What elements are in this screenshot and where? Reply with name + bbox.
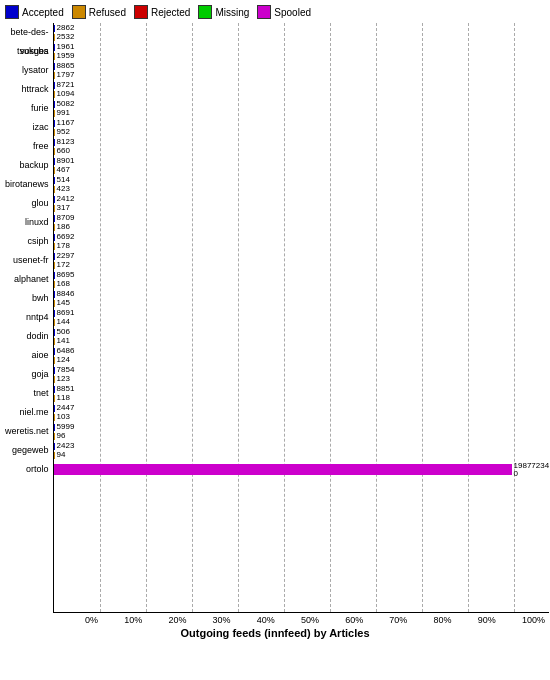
bar-row: 242394 xyxy=(54,441,550,460)
bar-accepted xyxy=(54,443,55,450)
y-label: usenet-fr xyxy=(5,251,53,270)
bar-refused xyxy=(54,357,55,364)
x-axis-label: 90% xyxy=(478,615,496,625)
bar-row: 5082991 xyxy=(54,99,550,118)
bar-refused xyxy=(54,205,55,212)
bar-value-accepted: 5999 xyxy=(57,423,75,431)
bar-accepted xyxy=(54,291,55,298)
bar-refused xyxy=(54,91,55,98)
bar-value-accepted: 2447 xyxy=(57,404,75,412)
legend-color-missing xyxy=(198,5,212,19)
bar-row: 1167952 xyxy=(54,118,550,137)
bar-value-accepted: 8901 xyxy=(57,157,75,165)
legend-label-accepted: Accepted xyxy=(22,7,64,18)
bar-value-accepted: 7854 xyxy=(57,366,75,374)
bar-refused xyxy=(54,148,55,155)
x-axis-label: 10% xyxy=(124,615,142,625)
bar-refused xyxy=(54,262,55,269)
y-label: httrack xyxy=(5,80,53,99)
bar-row: 19611959 xyxy=(54,42,550,61)
bar-value-refused: 123 xyxy=(57,375,70,383)
bar-refused xyxy=(54,376,55,383)
bar-value-refused: 145 xyxy=(57,299,70,307)
bar-refused xyxy=(54,224,55,231)
bar-value-refused: 317 xyxy=(57,204,70,212)
chart-area: bete-des-vosgestsukubalysatorhttrackfuri… xyxy=(5,23,545,613)
y-label: izac xyxy=(5,118,53,137)
bar-value: 198772340 xyxy=(514,462,550,478)
bar-value-refused: 144 xyxy=(57,318,70,326)
y-label: nntp4 xyxy=(5,308,53,327)
bar-refused xyxy=(54,414,55,421)
bar-accepted xyxy=(54,120,55,127)
bar-value-accepted: 8721 xyxy=(57,81,75,89)
bar-row: 599996 xyxy=(54,422,550,441)
bar-value-refused: 1094 xyxy=(57,90,75,98)
x-axis-label: 80% xyxy=(434,615,452,625)
bar-refused xyxy=(54,110,55,117)
bar-value-refused: 178 xyxy=(57,242,70,250)
legend-label-rejected: Rejected xyxy=(151,7,190,18)
y-label: alphanet xyxy=(5,270,53,289)
bar-accepted xyxy=(54,25,55,32)
x-axis-label: 100% xyxy=(522,615,545,625)
y-label: goja xyxy=(5,365,53,384)
y-label: bete-des-vosges xyxy=(5,23,53,42)
x-axis-label: 0% xyxy=(85,615,98,625)
bar-row: 8695168 xyxy=(54,270,550,289)
y-label: ortolo xyxy=(5,460,53,479)
bar-accepted xyxy=(54,253,55,260)
bar-accepted xyxy=(54,63,55,70)
bar-refused xyxy=(54,129,55,136)
bar-value-accepted: 8695 xyxy=(57,271,75,279)
bar-value-accepted: 8846 xyxy=(57,290,75,298)
bar-value-refused: 186 xyxy=(57,223,70,231)
x-axis-label: 40% xyxy=(257,615,275,625)
y-label: gegeweb xyxy=(5,441,53,460)
bar-value-refused: 467 xyxy=(57,166,70,174)
y-label: niel.me xyxy=(5,403,53,422)
bar-refused xyxy=(54,338,55,345)
bar-value-refused: 423 xyxy=(57,185,70,193)
legend-label-missing: Missing xyxy=(215,7,249,18)
bar-row: 6486124 xyxy=(54,346,550,365)
bar-value-accepted: 5082 xyxy=(57,100,75,108)
bar-value-accepted: 2862 xyxy=(57,24,75,32)
legend-color-rejected xyxy=(134,5,148,19)
y-label: backup xyxy=(5,156,53,175)
bar-row: 8123660 xyxy=(54,137,550,156)
bar-row: 88651797 xyxy=(54,61,550,80)
bar-value-refused: 172 xyxy=(57,261,70,269)
bar-value-accepted: 8123 xyxy=(57,138,75,146)
bar-accepted xyxy=(54,464,512,475)
bar-accepted xyxy=(54,405,55,412)
bar-row: 8691144 xyxy=(54,308,550,327)
bar-accepted xyxy=(54,386,55,393)
chart-legend: Accepted Refused Rejected Missing Spoole… xyxy=(5,5,545,19)
bar-row: 7854123 xyxy=(54,365,550,384)
bar-accepted xyxy=(54,272,55,279)
y-label: dodin xyxy=(5,327,53,346)
bar-value-refused: 1797 xyxy=(57,71,75,79)
bar-value-refused: 660 xyxy=(57,147,70,155)
y-label: linuxd xyxy=(5,213,53,232)
x-axis-label: 70% xyxy=(389,615,407,625)
legend-color-accepted xyxy=(5,5,19,19)
bar-row: 8901467 xyxy=(54,156,550,175)
bar-value-accepted: 8709 xyxy=(57,214,75,222)
legend-label-refused: Refused xyxy=(89,7,126,18)
legend-item-spooled: Spooled xyxy=(257,5,311,19)
bar-row: 514423 xyxy=(54,175,550,194)
bar-row: 2297172 xyxy=(54,251,550,270)
bar-value-refused: 1959 xyxy=(57,52,75,60)
bar-accepted xyxy=(54,215,55,222)
y-label: csiph xyxy=(5,232,53,251)
y-label: furie xyxy=(5,99,53,118)
bar-value-accepted: 8851 xyxy=(57,385,75,393)
bar-accepted xyxy=(54,158,55,165)
bar-value-accepted: 1961 xyxy=(57,43,75,51)
bar-refused xyxy=(54,167,55,174)
bar-accepted xyxy=(54,44,55,51)
bar-accepted xyxy=(54,367,55,374)
y-label: birotanews xyxy=(5,175,53,194)
